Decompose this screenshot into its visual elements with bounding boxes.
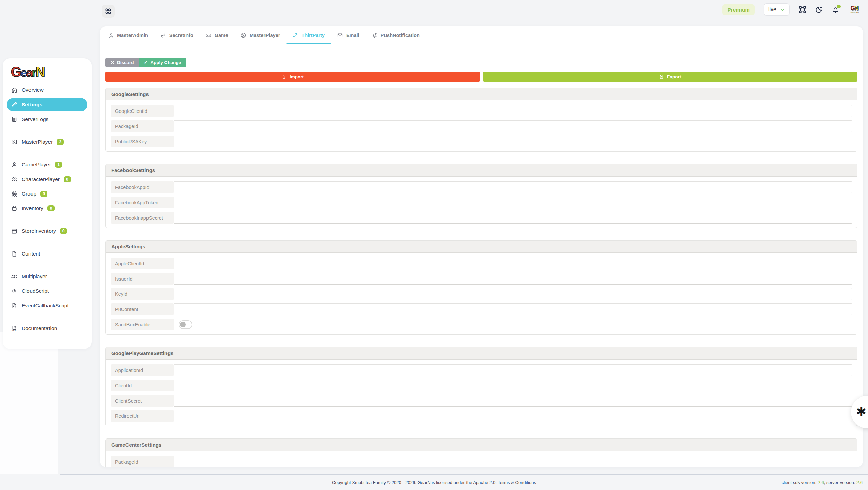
settings-tabs: MasterAdmin SecretInfo Game MasterPlayer… xyxy=(100,26,863,44)
sidebar-item-label: Settings xyxy=(22,102,42,108)
tab-game[interactable]: Game xyxy=(199,26,234,44)
sidebar-item-label: Documentation xyxy=(22,325,57,331)
tab-label: PushNotification xyxy=(381,33,420,38)
environment-select[interactable]: live xyxy=(764,3,790,16)
sidebar-item-label: MasterPlayer xyxy=(22,139,53,145)
sidebar-item-storeinventory[interactable]: StoreInventory 0 xyxy=(7,224,87,238)
sidebar-item-multiplayer[interactable]: Multiplayer xyxy=(7,270,87,283)
playgame-applicationid-input[interactable] xyxy=(174,364,852,376)
envelope-icon xyxy=(337,32,343,38)
tab-label: MasterPlayer xyxy=(250,33,280,38)
export-button[interactable]: Export xyxy=(483,72,857,82)
sidebar-item-label: CharacterPlayer xyxy=(22,176,60,182)
sidebar-item-label: Inventory xyxy=(22,205,43,211)
apply-label: Apply Change xyxy=(150,60,181,65)
id-card-icon xyxy=(11,139,18,145)
sandbox-enable-toggle[interactable] xyxy=(179,320,192,329)
avatar[interactable]: GN XmobiTea xyxy=(848,6,861,13)
doc-file-icon: DOC xyxy=(11,325,18,332)
sidebar-item-label: Multiplayer xyxy=(22,273,47,280)
field-label: FacebookInappSecret xyxy=(111,212,174,224)
premium-badge: Premium xyxy=(722,4,755,15)
settings-row: RedirectUri xyxy=(111,410,852,422)
home-icon xyxy=(11,87,18,94)
sidebar-item-settings[interactable]: Settings xyxy=(7,98,87,111)
apply-change-button[interactable]: ✓ Apply Change xyxy=(139,58,186,67)
tab-masteradmin[interactable]: MasterAdmin xyxy=(102,26,154,44)
field-label: GoogleClientId xyxy=(111,105,174,117)
facebook-appid-input[interactable] xyxy=(174,181,852,193)
section-googlesettings: GoogleSettings GoogleClientId PackageId … xyxy=(105,88,857,152)
field-label: RedirectUri xyxy=(111,410,174,422)
apple-issuerid-input[interactable] xyxy=(174,273,852,285)
tab-label: Email xyxy=(346,33,359,38)
sidebar-item-serverlogs[interactable]: ServerLogs xyxy=(7,113,87,126)
tab-secretinfo[interactable]: SecretInfo xyxy=(154,26,199,44)
field-label: IssuerId xyxy=(111,273,174,285)
fullscreen-button[interactable] xyxy=(798,6,806,14)
sidebar-item-eventcallbackscript[interactable]: EventCallbackScript xyxy=(7,299,87,312)
tab-label: Game xyxy=(215,33,228,38)
settings-row: IssuerId xyxy=(111,273,852,285)
count-badge: 3 xyxy=(57,139,64,145)
dark-mode-button[interactable] xyxy=(815,6,823,14)
import-button[interactable]: Import xyxy=(105,72,480,82)
tab-masterplayer[interactable]: MasterPlayer xyxy=(234,26,286,44)
sidebar-item-label: CloudScript xyxy=(22,288,49,294)
terms-link[interactable]: Terms & Conditions xyxy=(498,480,536,485)
notifications-button[interactable] xyxy=(832,6,840,14)
file-icon xyxy=(11,250,18,257)
playgame-redirecturi-input[interactable] xyxy=(174,410,852,422)
playgame-clientid-input[interactable] xyxy=(174,380,852,391)
version-separator: , xyxy=(824,480,826,485)
field-label: FacebookAppId xyxy=(111,181,174,193)
sidebar-item-inventory[interactable]: Inventory 0 xyxy=(7,202,87,215)
file-code-icon xyxy=(11,302,18,309)
sidebar-item-content[interactable]: Content xyxy=(7,247,87,261)
tab-email[interactable]: Email xyxy=(331,26,366,44)
tab-thirtparty[interactable]: ThirtParty xyxy=(286,26,331,44)
apps-menu-button[interactable] xyxy=(102,5,115,18)
facebook-apptoken-input[interactable] xyxy=(174,197,852,208)
sidebar-item-group[interactable]: Group 0 xyxy=(7,187,87,201)
sidebar-item-characterplayer[interactable]: CharacterPlayer 0 xyxy=(7,172,87,186)
server-version-label: server version: xyxy=(826,480,856,485)
sidebar-item-overview[interactable]: Overview xyxy=(7,83,87,97)
server-version-value: 2.6 xyxy=(856,480,863,485)
sidebar-item-gameplayer[interactable]: GamePlayer 1 xyxy=(7,158,87,171)
field-label: AppleClientId xyxy=(111,258,174,269)
client-version-label: client sdk version: xyxy=(782,480,818,485)
logo-letter: G xyxy=(11,64,21,79)
google-publicrsakey-input[interactable] xyxy=(174,136,852,147)
logo-letter: a xyxy=(26,66,32,79)
tab-label: ThirtParty xyxy=(301,33,325,38)
gamecenter-packageid-input[interactable] xyxy=(174,456,852,467)
settings-row: GoogleClientId xyxy=(111,105,852,117)
sidebar-item-label: Overview xyxy=(22,87,44,93)
sidebar-item-masterplayer[interactable]: MasterPlayer 3 xyxy=(7,135,87,149)
logo-letter: e xyxy=(21,66,26,79)
count-badge: 0 xyxy=(64,176,71,183)
field-label: KeyId xyxy=(111,288,174,300)
sidebar-item-documentation[interactable]: DOC Documentation xyxy=(7,322,87,335)
gamepad-icon xyxy=(205,32,212,38)
section-title: AppleSettings xyxy=(106,241,857,253)
sidebar-item-cloudscript[interactable]: CloudScript xyxy=(7,284,87,298)
count-badge: 0 xyxy=(47,205,55,212)
playgame-clientsecret-input[interactable] xyxy=(174,395,852,407)
main-panel: MasterAdmin SecretInfo Game MasterPlayer… xyxy=(100,26,863,467)
footer: Copyright XmobiTea Family © 2020 - 2026.… xyxy=(0,474,868,490)
tab-pushnotification[interactable]: PushNotification xyxy=(366,26,426,44)
discard-button[interactable]: ✕ Discard xyxy=(105,58,139,67)
section-googleplaygamesettings: GooglePlayGameSettings ApplicationId Cli… xyxy=(105,347,857,426)
apple-clientid-input[interactable] xyxy=(174,258,852,269)
logo-letter: r xyxy=(32,66,36,79)
google-clientid-input[interactable] xyxy=(174,105,852,117)
apple-keyid-input[interactable] xyxy=(174,288,852,300)
field-label: PublicRSAKey xyxy=(111,136,174,147)
sidebar-item-label: EventCallbackScript xyxy=(22,303,69,309)
facebook-inappsecret-input[interactable] xyxy=(174,212,852,224)
apple-p8content-input[interactable] xyxy=(174,303,852,315)
asterisk-icon: ✱ xyxy=(856,405,866,419)
google-packageid-input[interactable] xyxy=(174,120,852,132)
